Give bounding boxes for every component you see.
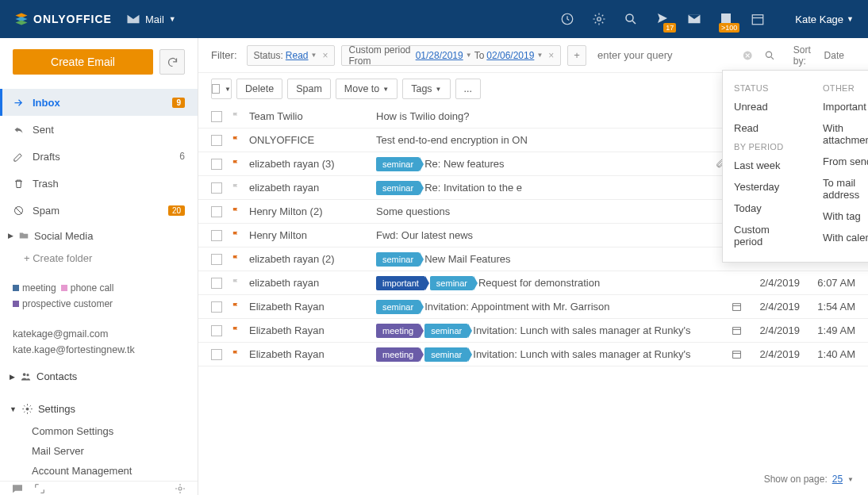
chip-remove[interactable]: ×	[322, 50, 328, 61]
flag-icon[interactable]	[230, 230, 241, 241]
nav-label: Sent	[33, 124, 54, 136]
row-checkbox[interactable]	[211, 254, 222, 265]
tag-prospective-customer[interactable]: prospective customer	[13, 298, 113, 309]
flag-icon[interactable]	[230, 159, 241, 170]
gift-icon[interactable]	[560, 12, 574, 26]
user-menu[interactable]: Kate Kage ▼	[795, 13, 854, 25]
row-checkbox[interactable]	[211, 135, 222, 146]
email-row[interactable]: Elizabeth RayanmeetingseminarInvitation:…	[198, 319, 868, 343]
settings-item[interactable]: Account Management	[32, 461, 198, 481]
flag-icon[interactable]	[230, 349, 241, 360]
nav-settings[interactable]: ▼ Settings	[0, 397, 198, 421]
chip-remove[interactable]: ×	[548, 50, 554, 61]
mail-icon	[126, 12, 140, 26]
email-tag: seminar	[376, 181, 420, 195]
row-checkbox[interactable]	[211, 206, 222, 217]
spam-button[interactable]: Spam	[287, 79, 331, 99]
row-checkbox[interactable]	[211, 182, 222, 194]
nav-drafts[interactable]: Drafts 6	[0, 143, 198, 170]
tag-color-icon	[13, 285, 19, 291]
create-email-button[interactable]: Create Email	[13, 49, 153, 75]
delete-button[interactable]: Delete	[236, 79, 282, 99]
sort-label: Sort by:	[793, 44, 821, 67]
filter-chip-status[interactable]: Status: Read ▼ ×	[247, 45, 336, 66]
select-all-checkbox[interactable]: ▼	[211, 79, 232, 99]
settings-item[interactable]: Mail Server	[32, 441, 198, 461]
nav-trash[interactable]: Trash	[0, 170, 198, 197]
tag-phone-call[interactable]: phone call	[61, 282, 114, 294]
flag-icon[interactable]	[230, 325, 241, 336]
row-checkbox[interactable]	[211, 230, 222, 241]
moveto-button[interactable]: Move to▼	[336, 79, 398, 99]
filter-option[interactable]: With attachments	[812, 117, 868, 151]
filter-option[interactable]: With tag	[812, 205, 868, 227]
filter-option[interactable]: To mail address	[812, 172, 868, 205]
nav-inbox[interactable]: Inbox 9	[0, 89, 198, 116]
mail-top-icon[interactable]	[687, 12, 701, 26]
filter-option[interactable]: Custom period	[723, 219, 812, 252]
nav-count: 6	[179, 151, 185, 162]
sort-control[interactable]: Sort by: Date	[793, 44, 855, 67]
flag-icon[interactable]	[230, 278, 241, 289]
flag-icon[interactable]	[230, 182, 241, 194]
filter-option[interactable]: Yesterday	[723, 176, 812, 198]
chevron-down-icon: ▼	[466, 52, 472, 59]
gear-icon	[21, 403, 33, 415]
filter-option[interactable]: Read	[723, 117, 812, 139]
settings-item[interactable]: Common Settings	[32, 421, 198, 441]
tags-button[interactable]: Tags▼	[402, 79, 450, 99]
search-icon[interactable]	[624, 12, 638, 26]
create-folder[interactable]: + Create folder	[0, 248, 198, 269]
account-item[interactable]: kate.kage@fortestingnew.tk	[13, 342, 185, 358]
nav-contacts[interactable]: ▶ Contacts	[0, 364, 198, 389]
row-checkbox[interactable]	[211, 159, 222, 170]
more-button[interactable]: ...	[455, 79, 481, 99]
filter-query-input[interactable]	[593, 45, 735, 66]
chevron-down-icon: ▼	[169, 15, 176, 23]
settings-foot-icon[interactable]	[174, 482, 186, 495]
tag-meeting[interactable]: meeting	[13, 282, 56, 294]
nav-social[interactable]: ▶ Social Media	[0, 224, 198, 248]
row-checkbox[interactable]	[211, 325, 222, 336]
flag-icon[interactable]	[230, 301, 241, 313]
chevron-down-icon: ▼	[311, 52, 317, 59]
email-from: elizabeth rayan	[249, 182, 376, 194]
account-item[interactable]: katekage@gmail.com	[13, 326, 185, 342]
row-checkbox[interactable]	[211, 349, 222, 360]
expand-icon[interactable]	[33, 482, 46, 495]
refresh-button[interactable]	[159, 49, 185, 75]
flag-icon[interactable]	[230, 111, 241, 122]
flag-icon[interactable]	[230, 206, 241, 217]
filter-chip-period[interactable]: Custom period From 01/28/2019 ▼ To 02/06…	[341, 45, 561, 66]
email-row[interactable]: elizabeth rayanimportantseminarRequest f…	[198, 271, 868, 295]
gear-icon[interactable]	[592, 12, 606, 26]
svg-point-11	[766, 52, 772, 57]
filter-option[interactable]: Unread	[723, 96, 812, 117]
calendar-icon[interactable]	[751, 12, 765, 26]
filter-option[interactable]: Important	[812, 96, 868, 117]
pager-value[interactable]: 25	[832, 474, 843, 485]
module-switcher[interactable]: Mail ▼	[126, 12, 176, 26]
email-row[interactable]: Elizabeth RayanmeetingseminarInvitation:…	[198, 343, 868, 366]
email-row[interactable]: Elizabeth RayanseminarInvitation: Appoin…	[198, 295, 868, 319]
nav-sent[interactable]: Sent	[0, 116, 198, 143]
chat-icon[interactable]	[11, 482, 24, 495]
filter-option[interactable]: From sender	[812, 151, 868, 172]
section-label: Settings	[38, 403, 75, 415]
row-checkbox[interactable]	[211, 301, 222, 313]
row-checkbox[interactable]	[211, 278, 222, 289]
filter-option[interactable]: Today	[723, 198, 812, 219]
row-checkbox[interactable]	[211, 111, 222, 122]
search-icon[interactable]	[764, 49, 775, 62]
filter-option[interactable]: With calendar	[812, 227, 868, 248]
svg-rect-12	[732, 304, 740, 311]
nav-spam[interactable]: Spam 20	[0, 197, 198, 224]
flag-icon[interactable]	[230, 254, 241, 265]
feed-icon[interactable]: >100	[719, 11, 733, 28]
filter-option[interactable]: Last week	[723, 155, 812, 176]
filter-add-button[interactable]: +	[567, 45, 586, 66]
flag-icon[interactable]	[230, 135, 241, 146]
clear-filter-icon[interactable]	[742, 49, 753, 62]
talk-icon[interactable]: 17	[655, 11, 670, 28]
logo[interactable]: ONLYOFFICE	[14, 12, 112, 26]
